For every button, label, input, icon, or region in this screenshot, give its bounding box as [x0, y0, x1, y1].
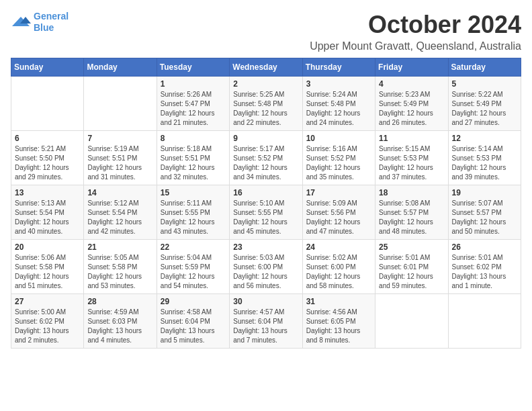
day-number: 19 — [452, 188, 517, 197]
day-detail: Sunrise: 5:00 AM Sunset: 6:02 PM Dayligh… — [15, 308, 80, 345]
calendar-cell: 2Sunrise: 5:25 AM Sunset: 5:48 PM Daylig… — [230, 77, 302, 131]
day-detail: Sunrise: 5:21 AM Sunset: 5:50 PM Dayligh… — [15, 144, 80, 182]
day-detail: Sunrise: 5:09 AM Sunset: 5:56 PM Dayligh… — [306, 199, 371, 236]
calendar-week: 1Sunrise: 5:26 AM Sunset: 5:47 PM Daylig… — [11, 77, 521, 131]
calendar-cell: 11Sunrise: 5:15 AM Sunset: 5:53 PM Dayli… — [375, 131, 448, 185]
day-detail: Sunrise: 5:22 AM Sunset: 5:49 PM Dayligh… — [452, 90, 517, 128]
day-detail: Sunrise: 5:03 AM Sunset: 6:00 PM Dayligh… — [233, 253, 298, 291]
day-detail: Sunrise: 5:08 AM Sunset: 5:57 PM Dayligh… — [379, 199, 444, 236]
calendar-cell: 10Sunrise: 5:16 AM Sunset: 5:52 PM Dayli… — [302, 131, 375, 185]
day-detail: Sunrise: 5:26 AM Sunset: 5:47 PM Dayligh… — [161, 90, 226, 128]
day-number: 21 — [87, 242, 152, 252]
day-detail: Sunrise: 4:56 AM Sunset: 6:05 PM Dayligh… — [306, 308, 371, 345]
title-block: October 2024 Upper Mount Gravatt, Queens… — [310, 11, 521, 52]
day-detail: Sunrise: 5:11 AM Sunset: 5:55 PM Dayligh… — [161, 199, 226, 236]
calendar-cell: 29Sunrise: 4:58 AM Sunset: 6:04 PM Dayli… — [157, 294, 229, 349]
calendar-cell: 1Sunrise: 5:26 AM Sunset: 5:47 PM Daylig… — [157, 77, 229, 131]
day-number: 12 — [452, 134, 517, 143]
day-number: 29 — [161, 297, 226, 306]
subtitle: Upper Mount Gravatt, Queensland, Austral… — [310, 40, 521, 52]
calendar-week: 20Sunrise: 5:06 AM Sunset: 5:58 PM Dayli… — [11, 240, 521, 294]
day-detail: Sunrise: 5:12 AM Sunset: 5:54 PM Dayligh… — [87, 199, 152, 236]
day-detail: Sunrise: 5:06 AM Sunset: 5:58 PM Dayligh… — [15, 253, 80, 291]
calendar-week: 6Sunrise: 5:21 AM Sunset: 5:50 PM Daylig… — [11, 131, 521, 185]
logo: General Blue — [11, 11, 69, 34]
calendar-cell — [11, 77, 84, 131]
calendar-cell: 7Sunrise: 5:19 AM Sunset: 5:51 PM Daylig… — [84, 131, 157, 185]
calendar-cell: 6Sunrise: 5:21 AM Sunset: 5:50 PM Daylig… — [11, 131, 84, 185]
day-number: 4 — [379, 79, 444, 89]
day-number: 11 — [379, 134, 444, 143]
day-number: 1 — [161, 79, 226, 89]
day-number: 28 — [87, 297, 152, 306]
calendar-cell: 18Sunrise: 5:08 AM Sunset: 5:57 PM Dayli… — [375, 185, 448, 240]
day-detail: Sunrise: 5:04 AM Sunset: 5:59 PM Dayligh… — [161, 253, 226, 291]
calendar-cell: 4Sunrise: 5:23 AM Sunset: 5:49 PM Daylig… — [375, 77, 448, 131]
header-day: Thursday — [302, 58, 375, 77]
day-detail: Sunrise: 4:59 AM Sunset: 6:03 PM Dayligh… — [87, 308, 152, 345]
day-detail: Sunrise: 5:02 AM Sunset: 6:00 PM Dayligh… — [306, 253, 371, 291]
day-number: 3 — [306, 79, 371, 89]
day-number: 13 — [15, 188, 80, 197]
header-day: Wednesday — [230, 58, 302, 77]
day-number: 6 — [15, 134, 80, 143]
logo-text: General Blue — [34, 11, 69, 34]
day-detail: Sunrise: 5:14 AM Sunset: 5:53 PM Dayligh… — [452, 144, 517, 182]
calendar-cell: 15Sunrise: 5:11 AM Sunset: 5:55 PM Dayli… — [157, 185, 229, 240]
day-number: 31 — [306, 297, 371, 306]
day-number: 22 — [161, 242, 226, 252]
logo-line2: Blue — [34, 22, 54, 33]
day-detail: Sunrise: 5:17 AM Sunset: 5:52 PM Dayligh… — [233, 144, 298, 182]
day-detail: Sunrise: 5:16 AM Sunset: 5:52 PM Dayligh… — [306, 144, 371, 182]
calendar-cell: 3Sunrise: 5:24 AM Sunset: 5:48 PM Daylig… — [302, 77, 375, 131]
logo-icon — [11, 14, 31, 30]
day-detail: Sunrise: 5:05 AM Sunset: 5:58 PM Dayligh… — [87, 253, 152, 291]
calendar-cell: 26Sunrise: 5:01 AM Sunset: 6:02 PM Dayli… — [448, 240, 521, 294]
day-number: 17 — [306, 188, 371, 197]
calendar-cell: 5Sunrise: 5:22 AM Sunset: 5:49 PM Daylig… — [448, 77, 521, 131]
calendar-table: SundayMondayTuesdayWednesdayThursdayFrid… — [11, 58, 521, 349]
header-day: Tuesday — [157, 58, 229, 77]
header-day: Saturday — [448, 58, 521, 77]
day-number: 30 — [233, 297, 298, 306]
calendar-cell: 20Sunrise: 5:06 AM Sunset: 5:58 PM Dayli… — [11, 240, 84, 294]
calendar-cell: 8Sunrise: 5:18 AM Sunset: 5:51 PM Daylig… — [157, 131, 229, 185]
day-detail: Sunrise: 5:15 AM Sunset: 5:53 PM Dayligh… — [379, 144, 444, 182]
day-number: 14 — [87, 188, 152, 197]
day-detail: Sunrise: 4:57 AM Sunset: 6:04 PM Dayligh… — [233, 308, 298, 345]
calendar-week: 13Sunrise: 5:13 AM Sunset: 5:54 PM Dayli… — [11, 185, 521, 240]
calendar-week: 27Sunrise: 5:00 AM Sunset: 6:02 PM Dayli… — [11, 294, 521, 349]
day-number: 8 — [161, 134, 226, 143]
header-day: Sunday — [11, 58, 84, 77]
day-detail: Sunrise: 5:19 AM Sunset: 5:51 PM Dayligh… — [87, 144, 152, 182]
day-number: 25 — [379, 242, 444, 252]
day-number: 10 — [306, 134, 371, 143]
day-detail: Sunrise: 5:25 AM Sunset: 5:48 PM Dayligh… — [233, 90, 298, 128]
calendar-cell: 23Sunrise: 5:03 AM Sunset: 6:00 PM Dayli… — [230, 240, 302, 294]
day-detail: Sunrise: 5:18 AM Sunset: 5:51 PM Dayligh… — [161, 144, 226, 182]
calendar-cell: 22Sunrise: 5:04 AM Sunset: 5:59 PM Dayli… — [157, 240, 229, 294]
calendar-cell — [84, 77, 157, 131]
day-number: 2 — [233, 79, 298, 89]
day-number: 23 — [233, 242, 298, 252]
calendar-cell — [448, 294, 521, 349]
calendar-cell: 9Sunrise: 5:17 AM Sunset: 5:52 PM Daylig… — [230, 131, 302, 185]
day-detail: Sunrise: 5:01 AM Sunset: 6:01 PM Dayligh… — [379, 253, 444, 291]
calendar-cell: 19Sunrise: 5:07 AM Sunset: 5:57 PM Dayli… — [448, 185, 521, 240]
calendar-cell: 31Sunrise: 4:56 AM Sunset: 6:05 PM Dayli… — [302, 294, 375, 349]
day-number: 15 — [161, 188, 226, 197]
day-number: 9 — [233, 134, 298, 143]
calendar-header: SundayMondayTuesdayWednesdayThursdayFrid… — [11, 58, 521, 77]
day-number: 5 — [452, 79, 517, 89]
day-detail: Sunrise: 5:24 AM Sunset: 5:48 PM Dayligh… — [306, 90, 371, 128]
day-detail: Sunrise: 5:07 AM Sunset: 5:57 PM Dayligh… — [452, 199, 517, 236]
calendar-body: 1Sunrise: 5:26 AM Sunset: 5:47 PM Daylig… — [11, 77, 521, 349]
day-number: 27 — [15, 297, 80, 306]
day-detail: Sunrise: 5:10 AM Sunset: 5:55 PM Dayligh… — [233, 199, 298, 236]
day-number: 18 — [379, 188, 444, 197]
header-row: SundayMondayTuesdayWednesdayThursdayFrid… — [11, 58, 521, 77]
day-detail: Sunrise: 4:58 AM Sunset: 6:04 PM Dayligh… — [161, 308, 226, 345]
logo-line1: General — [34, 11, 69, 21]
calendar-cell: 16Sunrise: 5:10 AM Sunset: 5:55 PM Dayli… — [230, 185, 302, 240]
calendar-cell: 27Sunrise: 5:00 AM Sunset: 6:02 PM Dayli… — [11, 294, 84, 349]
